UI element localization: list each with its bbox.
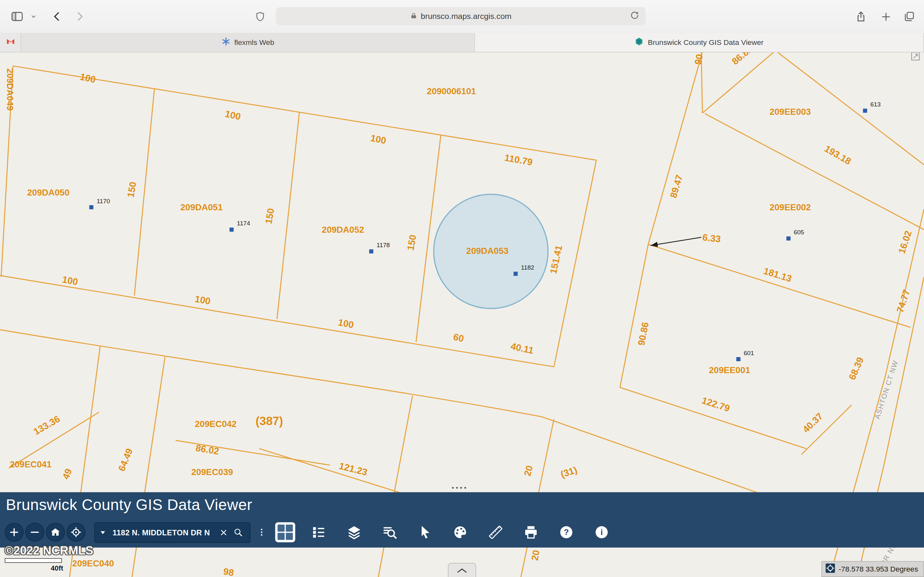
dimension-label: 90 [692, 53, 705, 66]
zoom-out-button[interactable] [25, 523, 44, 542]
scalebar: 40ft [5, 558, 63, 572]
tab-flexmls[interactable]: flexmls Web [21, 33, 475, 52]
reload-icon[interactable] [630, 10, 641, 22]
draw-button[interactable] [449, 521, 472, 544]
tab-overview-icon[interactable] [903, 10, 916, 23]
attribution-collapse-button[interactable] [448, 563, 476, 577]
search-dropdown-caret-icon[interactable] [95, 528, 110, 536]
basemap-grid-icon [278, 524, 293, 540]
select-button[interactable] [413, 521, 437, 544]
parcel-id-label: 209DA053 [466, 246, 509, 256]
dimension-label: 98 [223, 566, 235, 577]
parcel-id-label: 209DA050 [27, 187, 69, 197]
svg-text:i: i [601, 528, 603, 537]
url-text: brunsco.maps.arcgis.com [421, 12, 512, 21]
info-button[interactable]: i [590, 521, 614, 544]
forward-button[interactable] [73, 10, 86, 23]
print-button[interactable] [519, 521, 543, 544]
parcel-id-label: 209EC039 [191, 467, 233, 477]
address-point-label: 1170 [97, 198, 110, 205]
new-tab-icon[interactable] [879, 10, 892, 23]
address-point [514, 272, 518, 276]
address-point [863, 109, 867, 113]
parcel-id-label: 2090006101 [427, 86, 476, 96]
parcel-id-label: 209EC041 [10, 459, 51, 469]
coordinate-widget: -78.578 33.953 Degrees [822, 561, 924, 577]
search-input[interactable] [110, 528, 217, 537]
panel-title: Brunswick County GIS Data Viewer [6, 496, 252, 514]
zoom-in-button[interactable] [5, 523, 24, 542]
home-button[interactable] [46, 523, 65, 542]
coordinate-icon[interactable] [826, 563, 835, 575]
gmail-icon [5, 37, 15, 48]
address-point [736, 357, 740, 361]
legend-button[interactable] [307, 521, 330, 544]
gis-viewer-icon [635, 37, 644, 48]
tab-label: flexmls Web [234, 38, 274, 47]
parcel-id-label: 209EC042 [195, 419, 236, 429]
browser-toolbar: brunsco.maps.arcgis.com [0, 0, 924, 34]
tab-gmail[interactable] [0, 33, 21, 52]
address-point-label: 601 [744, 350, 754, 356]
address-point-label: 1178 [376, 242, 390, 248]
tab-label: Brunswick County GIS Data Viewer [648, 38, 764, 47]
parcel-id-label: 209DA052 [322, 225, 364, 235]
address-search[interactable] [94, 522, 250, 542]
address-point-label: 613 [871, 101, 881, 108]
address-bar[interactable]: brunsco.maps.arcgis.com [276, 7, 646, 25]
dimension-label: 20 [529, 549, 541, 561]
gis-map[interactable]: 209DA049209DA050209DA051209DA052209DA053… [0, 0, 924, 577]
address-point [89, 205, 94, 210]
tab-bar: flexmls Web Brunswick County GIS Data Vi… [0, 33, 924, 53]
address-point [787, 236, 790, 240]
measure-button[interactable] [484, 521, 507, 544]
parcel-id-label: 209EE003 [770, 107, 811, 117]
gis-panel: Brunswick County GIS Data Viewer [0, 492, 924, 548]
map-toolbar: ? i [5, 519, 614, 545]
lock-icon [410, 11, 417, 21]
parcel-id-label: 209EC040 [72, 558, 114, 568]
dimension-label: 6.33 [702, 232, 721, 244]
safari-window: 209DA049209DA050209DA051209DA052209DA053… [0, 0, 924, 577]
panel-drag-handle[interactable] [452, 487, 466, 489]
dimension-label: 60 [452, 332, 465, 344]
address-point [369, 250, 373, 253]
scalebar-bar [5, 558, 62, 563]
parcel-id-label: 209EE001 [709, 365, 750, 375]
coordinate-readout: -78.578 33.953 Degrees [838, 565, 918, 573]
parcel-id-label: 209DA051 [180, 202, 223, 212]
layers-button[interactable] [342, 521, 366, 544]
sidebar-chevron-icon[interactable] [29, 10, 38, 23]
parcel-id-label: 209DA049 [5, 68, 15, 111]
address-point-label: 605 [794, 229, 804, 235]
address-point-label: 1174 [237, 220, 250, 227]
dimension-label: (387) [256, 414, 283, 428]
share-icon[interactable] [855, 10, 867, 23]
attribute-search-button[interactable] [378, 521, 401, 544]
flexmls-icon [221, 37, 230, 48]
map-attribution: ©2022 NCRMLS [5, 544, 94, 558]
svg-text:?: ? [564, 528, 569, 537]
address-point-label: 1182 [521, 264, 534, 271]
privacy-shield-icon[interactable] [254, 10, 266, 23]
parcel-id-label: 209EE002 [770, 202, 811, 212]
locate-button[interactable] [67, 523, 86, 542]
map-edit-widget-icon[interactable] [911, 52, 921, 61]
basemap-gallery-button[interactable] [275, 522, 295, 542]
toolbar-kebab-icon[interactable] [258, 526, 266, 538]
back-button[interactable] [51, 10, 63, 23]
clear-search-icon[interactable] [218, 528, 229, 536]
tab-gis-viewer[interactable]: Brunswick County GIS Data Viewer [475, 33, 924, 52]
help-button[interactable]: ? [554, 521, 578, 544]
search-submit-icon[interactable] [232, 528, 244, 537]
address-point [229, 227, 234, 232]
sidebar-toggle-icon[interactable] [11, 10, 23, 23]
scalebar-label: 40ft [51, 564, 63, 572]
